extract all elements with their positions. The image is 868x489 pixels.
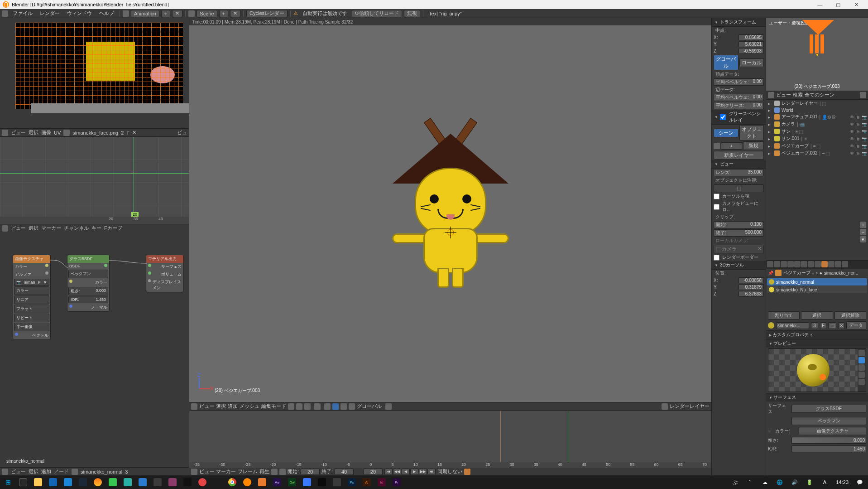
graph-menu-marker[interactable]: マーカー — [41, 225, 61, 232]
panel-grease-pencil[interactable]: グリースペンシルレイ — [712, 110, 766, 125]
uv-image-fake[interactable]: F — [126, 130, 129, 136]
uv-image-users[interactable]: 2 — [121, 130, 124, 136]
taskbar-indesign[interactable]: Id — [374, 476, 389, 488]
tl-end-field[interactable]: 40 — [335, 469, 354, 475]
preview-hair[interactable] — [858, 372, 865, 378]
tray-volume-icon[interactable]: 🔊 — [787, 476, 802, 488]
close-button[interactable]: ✕ — [847, 0, 865, 9]
lock-camera-check[interactable] — [714, 204, 719, 210]
tab-material[interactable] — [821, 261, 828, 267]
material-users[interactable]: 3 — [811, 322, 818, 329]
ime-indicator[interactable]: A — [817, 476, 832, 488]
lens-field[interactable]: レンズ:35.000 — [714, 169, 764, 176]
trust-reload-button[interactable]: ⟳ 信頼してリロード — [352, 10, 402, 17]
maximize-button[interactable]: ▢ — [829, 0, 847, 9]
outliner-row[interactable]: ▸カメラ | 📹👁🖱📷 — [766, 121, 868, 128]
tl-menu-frame[interactable]: フレーム — [238, 468, 258, 475]
screen-layout-select[interactable]: Animation — [131, 10, 159, 17]
tab-texture[interactable] — [828, 261, 834, 267]
remove-scene-button[interactable]: ✕ — [230, 10, 240, 17]
info-editor-icon[interactable] — [2, 10, 8, 17]
outliner-filter-icon[interactable] — [860, 92, 866, 98]
tl-menu-playback[interactable]: 再生 — [259, 468, 269, 475]
outliner-row[interactable]: ▸World — [766, 107, 868, 113]
outliner-row[interactable]: ▸アーマチュア.001 | 👤⚙⛓👁🖱📷 — [766, 113, 868, 121]
taskbar-steam[interactable] — [76, 476, 90, 488]
play-button[interactable]: ▶ — [410, 469, 418, 475]
graph-menu-key[interactable]: キー — [91, 225, 101, 232]
pencil-icon[interactable] — [714, 143, 720, 149]
graph-mode-select[interactable]: Fカーブ — [104, 225, 122, 232]
focus-object-field[interactable]: ⬚ — [714, 184, 764, 192]
taskbar-edge[interactable] — [46, 476, 60, 488]
timeline-editor-icon[interactable] — [191, 469, 197, 475]
3d-menu-add[interactable]: 追加 — [228, 403, 238, 410]
tray-battery-icon[interactable]: 🔋 — [802, 476, 817, 488]
3d-menu-select[interactable]: 選択 — [216, 403, 226, 410]
panel-transform[interactable]: トランスフォーム — [712, 18, 766, 27]
task-view-button[interactable] — [16, 476, 30, 488]
outliner-row[interactable]: ▸レンダーレイヤー | ⬚ — [766, 100, 868, 107]
menu-file[interactable]: ファイル — [10, 10, 35, 17]
taskbar-app8[interactable] — [255, 476, 269, 488]
taskbar-command[interactable] — [315, 476, 329, 488]
taskbar-aftereffects[interactable]: Ae — [270, 476, 284, 488]
ime-button[interactable]: ぷ — [728, 476, 742, 488]
material-slot[interactable]: simanekko_normal — [767, 278, 867, 286]
node-menu-add[interactable]: 追加 — [41, 468, 51, 475]
ior-field[interactable]: 1.450 — [791, 445, 866, 452]
surface-shader-select[interactable]: グラスBSDF — [791, 405, 866, 413]
taskbar-firefox[interactable] — [91, 476, 105, 488]
tab-world[interactable] — [787, 261, 794, 267]
taskbar-app13[interactable] — [330, 476, 344, 488]
taskbar-app6[interactable] — [195, 476, 210, 488]
node-material-select[interactable]: simanekko_normal — [81, 469, 122, 474]
local-camera-field[interactable]: ⬚ カメラ✕ — [714, 245, 764, 253]
material-icon[interactable] — [768, 322, 774, 329]
slot-add-button[interactable]: + — [860, 222, 866, 228]
color-input-select[interactable]: 画像テクスチャ — [799, 427, 866, 435]
lock-cursor-check[interactable] — [714, 194, 719, 199]
outliner-row[interactable]: ▸サン | ☀⬚👁🖱📷 — [766, 128, 868, 135]
gp-add[interactable]: + — [721, 142, 742, 150]
menu-window[interactable]: ウィンドウ — [64, 10, 95, 17]
node-menu-view[interactable]: ビュー — [11, 468, 26, 475]
deselect-button[interactable]: 選択解除 — [834, 311, 866, 320]
taskbar-app11[interactable] — [300, 476, 314, 488]
render-layer-select[interactable]: レンダーレイヤー — [670, 403, 710, 410]
uv-image-name[interactable]: simanekko_face.png — [72, 130, 118, 136]
orientation-select[interactable]: グローバル — [357, 403, 382, 410]
start-button[interactable]: ⊞ — [1, 476, 15, 488]
tab-data[interactable] — [815, 261, 821, 267]
taskbar-dreamweaver[interactable]: Dw — [285, 476, 299, 488]
limit-select-icon[interactable] — [314, 403, 321, 410]
play-rev-button[interactable]: ◀ — [402, 469, 410, 475]
render-border-check[interactable] — [714, 255, 719, 261]
uv-image-editor[interactable] — [0, 18, 189, 128]
graph-menu-channel[interactable]: チャンネル — [64, 225, 89, 232]
tab-modifiers[interactable] — [808, 261, 814, 267]
tray-cloud-icon[interactable]: ☁ — [758, 476, 772, 488]
layer-toggle[interactable] — [385, 403, 392, 410]
taskbar-photoshop[interactable]: Ps — [345, 476, 359, 488]
tab-constraints[interactable] — [801, 261, 807, 267]
sync-mode-select[interactable]: 同期しない — [437, 468, 462, 475]
next-key-button[interactable]: ▶▶ — [419, 469, 427, 475]
render-engine-select[interactable]: Cyclesレンダー — [246, 10, 288, 17]
taskbar-clock[interactable]: 14:23 — [832, 479, 852, 485]
manipulator-icon[interactable] — [324, 403, 331, 410]
node-menu-node[interactable]: ノード — [54, 468, 69, 475]
tab-particles[interactable] — [835, 261, 841, 267]
median-y[interactable]: 5.63021 — [739, 41, 764, 47]
add-scene-button[interactable]: + — [219, 10, 228, 17]
tl-menu-marker[interactable]: マーカー — [216, 468, 236, 475]
scene-select[interactable]: Scene — [197, 10, 217, 17]
taskbar-mail[interactable] — [61, 476, 75, 488]
median-x[interactable]: 0.05695 — [739, 34, 764, 40]
scene-icon[interactable] — [188, 10, 195, 17]
cursor-y[interactable]: 0.31879 — [739, 284, 764, 290]
timeline-editor[interactable]: -35-30-25 -20-15-10 -505 101520 253035 4… — [189, 410, 711, 467]
gp-new-layer[interactable]: 新規レイヤー — [714, 151, 764, 160]
3d-menu-view[interactable]: ビュー — [199, 403, 214, 410]
tab-layers[interactable] — [774, 261, 780, 267]
